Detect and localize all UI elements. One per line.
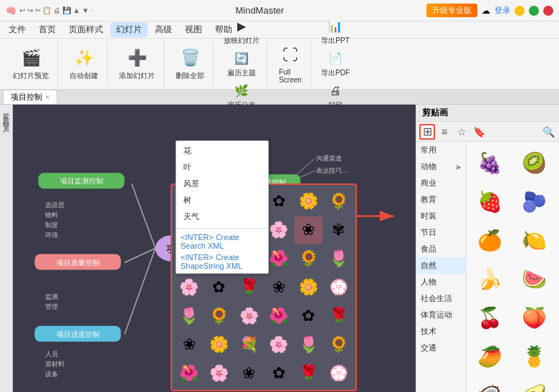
auto-create-button[interactable]: ✨ 自动创建: [65, 44, 102, 84]
flower-cell-27[interactable]: 🌺: [264, 302, 293, 330]
categories-list: 常用 动物 ▶ 商业 教育 时装 节日 食品 自然 人物 社会生活 体育运动 技…: [416, 142, 467, 392]
flower-cell-21[interactable]: ❀: [264, 274, 293, 301]
flower-cell-30[interactable]: ❀: [175, 331, 204, 358]
category-business[interactable]: 商业: [416, 175, 466, 191]
category-social[interactable]: 社会生活: [416, 290, 466, 307]
image-lemon[interactable]: 🍋: [515, 222, 555, 258]
fullscreen-button[interactable]: ⛶ FullScreen: [274, 41, 306, 87]
image-strawberry[interactable]: 🍓: [469, 183, 510, 219]
flower-cell-18[interactable]: 🌸: [175, 274, 204, 301]
dropdown-item-weather[interactable]: 天气: [176, 209, 268, 225]
minimize-button[interactable]: [515, 6, 525, 16]
flower-cell-33[interactable]: 🌸: [264, 331, 293, 358]
flower-cell-19[interactable]: ✿: [205, 274, 234, 301]
category-common[interactable]: 常用: [416, 142, 466, 158]
image-banana[interactable]: 🍌: [469, 261, 510, 297]
menu-view[interactable]: 视图: [179, 22, 208, 37]
image-mango[interactable]: 🥭: [469, 338, 510, 374]
category-sports[interactable]: 体育运动: [416, 307, 466, 323]
panel-bookmark-button[interactable]: 🔖: [471, 124, 487, 140]
category-nature[interactable]: 自然: [416, 257, 466, 274]
delete-all-button[interactable]: 🗑️ 删除全部: [171, 44, 209, 84]
close-button[interactable]: [543, 6, 553, 16]
panel-list-view-button[interactable]: ≡: [436, 124, 452, 140]
right-panel: 剪贴画 ⊞ ≡ ☆ 🔖 🔍 常用 动物 ▶ 商业 教育 时装 节日 食品: [416, 105, 559, 392]
menu-home[interactable]: 首页: [33, 22, 62, 37]
image-blueberry[interactable]: 🫐: [515, 183, 555, 219]
category-transport[interactable]: 交通: [416, 340, 466, 356]
flower-cell-20[interactable]: 🌹: [234, 274, 263, 301]
panel-search-button[interactable]: 🔍: [540, 124, 556, 140]
menu-advanced[interactable]: 高级: [149, 22, 178, 37]
export-pdf-button[interactable]: 📄 导出PDF: [318, 49, 353, 80]
flower-cell-4[interactable]: 🌼: [295, 188, 323, 215]
image-watermelon[interactable]: 🍉: [515, 261, 555, 297]
create-shape-xml-link[interactable]: <INTER> Create ShapeString XML: [176, 252, 268, 272]
image-grapes[interactable]: 🍇: [469, 145, 510, 181]
category-people[interactable]: 人物: [416, 274, 466, 290]
flower-cell-11[interactable]: ✾: [324, 216, 353, 244]
export-ppt-button[interactable]: 📊 导出PPT: [318, 16, 352, 47]
svg-text:设备: 设备: [45, 371, 58, 378]
flower-cell-34[interactable]: 🌷: [295, 331, 323, 358]
tab-project-control[interactable]: 项目控制 ×: [3, 90, 57, 104]
dropdown-item-landscape[interactable]: 风景: [176, 176, 268, 192]
category-education[interactable]: 教育: [416, 191, 466, 208]
flower-cell-25[interactable]: 🌻: [205, 302, 234, 330]
play-slideshow-button[interactable]: ▶ 放映幻灯片: [221, 16, 262, 47]
flower-cell-38[interactable]: ❀: [234, 360, 263, 387]
panel-star-button[interactable]: ☆: [454, 124, 469, 140]
flower-cell-40[interactable]: 🌹: [295, 360, 323, 387]
add-slide-button[interactable]: ➕ 添加幻灯片: [115, 44, 159, 84]
tab-close-button[interactable]: ×: [45, 92, 49, 101]
create-search-xml-link[interactable]: <INTER> Create Search XML: [176, 231, 268, 252]
flower-cell-32[interactable]: 💐: [234, 331, 263, 358]
upgrade-button[interactable]: 升级专业版: [426, 4, 477, 17]
flower-cell-5[interactable]: 🌻: [324, 188, 353, 215]
svg-text:制度: 制度: [45, 221, 58, 229]
flower-cell-41[interactable]: 💮: [324, 360, 353, 387]
traverse-theme-button[interactable]: 🔄 遍历主题: [224, 49, 259, 80]
dropdown-item-leaf[interactable]: 叶: [176, 159, 268, 176]
flower-cell-23[interactable]: 💮: [324, 274, 353, 301]
panel-grid-view-button[interactable]: ⊞: [419, 124, 435, 140]
flower-cell-36[interactable]: 🌺: [175, 360, 204, 387]
images-grid: 🍇 🥝 🍓 🫐 🍊 🍋 🍌 🍉 🍒 🍑 🥭 🍍 🥥 🥑 🍈 🍎: [469, 145, 556, 392]
dropdown-item-tree[interactable]: 树: [176, 192, 268, 209]
image-pineapple[interactable]: 🍍: [515, 338, 555, 374]
slideshow-preview-button[interactable]: 🎬 幻灯片预览: [9, 44, 53, 84]
flower-cell-39[interactable]: ✿: [264, 360, 293, 387]
menu-page-style[interactable]: 页面样式: [63, 22, 109, 37]
image-coconut[interactable]: 🥥: [469, 377, 510, 392]
delete-all-icon: 🗑️: [178, 47, 201, 70]
flower-cell-22[interactable]: 🌼: [295, 274, 323, 301]
dropdown-item-flower[interactable]: 花: [176, 143, 268, 159]
category-tech[interactable]: 技术: [416, 323, 466, 340]
svg-text:项目监测控制: 项目监测控制: [60, 177, 103, 185]
category-animal[interactable]: 动物 ▶: [416, 158, 466, 175]
flower-cell-17[interactable]: 🌷: [324, 245, 353, 272]
category-fashion[interactable]: 时装: [416, 208, 466, 224]
flower-cell-28[interactable]: ✿: [295, 302, 323, 330]
category-holiday[interactable]: 节日: [416, 224, 466, 241]
flower-cell-37[interactable]: 🌸: [205, 360, 234, 387]
image-cherry[interactable]: 🍒: [469, 300, 510, 335]
flower-cell-16[interactable]: 🌻: [295, 245, 323, 272]
flower-cell-31[interactable]: 🌼: [205, 331, 234, 358]
flower-cell-35[interactable]: 🌻: [324, 331, 353, 358]
flower-cell-10[interactable]: ❀: [295, 216, 323, 244]
cloud-icon: ☁: [482, 6, 490, 16]
maximize-button[interactable]: [529, 6, 539, 16]
image-avocado[interactable]: 🥑: [515, 377, 555, 392]
menu-file[interactable]: 文件: [3, 22, 32, 37]
flower-cell-24[interactable]: 🌷: [175, 302, 204, 330]
image-orange[interactable]: 🍊: [469, 222, 510, 258]
category-food[interactable]: 食品: [416, 241, 466, 257]
image-kiwi[interactable]: 🥝: [515, 145, 555, 181]
flower-cell-29[interactable]: 🌹: [324, 302, 353, 330]
traverse-theme-icon: 🔄: [233, 50, 250, 67]
image-peach[interactable]: 🍑: [515, 300, 555, 335]
flower-cell-26[interactable]: 🌸: [234, 302, 263, 330]
login-button[interactable]: 登录: [494, 5, 510, 16]
menu-slideshow[interactable]: 幻灯片: [110, 22, 148, 37]
